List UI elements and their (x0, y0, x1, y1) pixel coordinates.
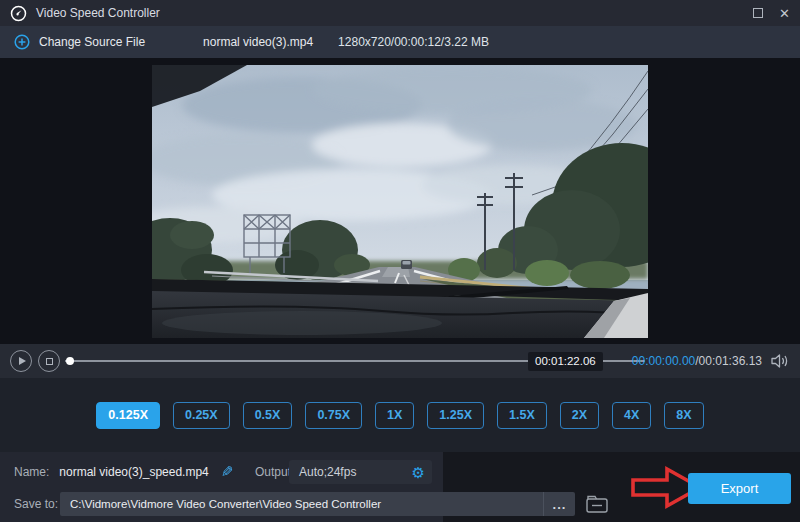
output-settings-bar: Name: normal video(3)_speed.mp4 ✎ Output… (0, 452, 800, 522)
close-button[interactable]: ✕ (779, 7, 790, 20)
name-label: Name: (14, 465, 49, 479)
browse-path-button[interactable]: ... (543, 492, 575, 516)
title-bar: Video Speed Controller ✕ (0, 0, 800, 26)
source-fileinfo: 1280x720/00:00:12/3.22 MB (338, 35, 489, 49)
dashboard-sheen (162, 311, 442, 335)
speed-option-0.75x[interactable]: 0.75X (305, 402, 362, 429)
change-source-label: Change Source File (39, 35, 145, 49)
speed-option-1x[interactable]: 1X (375, 402, 414, 429)
video-speed-controller-window: Video Speed Controller ✕ Change Source F… (0, 0, 800, 522)
transport-bar: 00:01:22.06 00:00:00.00/00:01:36.13 (0, 344, 800, 378)
time-display: 00:00:00.00/00:01:36.13 (632, 354, 762, 368)
save-path-value: C:\Vidmore\Vidmore Video Converter\Video… (70, 498, 543, 510)
speed-options-row: 0.125X0.25X0.5X0.75X1X1.25X1.5X2X4X8X (0, 378, 800, 452)
seek-knob[interactable] (66, 357, 74, 365)
volume-icon[interactable] (770, 353, 790, 369)
current-time: 00:00:00.00 (632, 354, 695, 368)
speed-option-8x[interactable]: 8X (664, 402, 703, 429)
speed-option-4x[interactable]: 4X (612, 402, 651, 429)
app-speedometer-icon (10, 5, 27, 22)
source-filename: normal video(3).mp4 (203, 35, 313, 49)
output-format-value: Auto;24fps (299, 465, 356, 479)
output-name-value: normal video(3)_speed.mp4 (59, 465, 208, 479)
play-button[interactable] (10, 350, 32, 372)
speed-option-0.125x[interactable]: 0.125X (96, 402, 160, 429)
source-toolbar: Change Source File normal video(3).mp4 1… (0, 26, 800, 58)
window-title: Video Speed Controller (36, 6, 160, 20)
preview-area (0, 58, 800, 344)
open-folder-button[interactable] (585, 493, 609, 515)
maximize-button[interactable] (753, 8, 763, 18)
save-to-label: Save to: (14, 497, 58, 511)
output-settings-gear-icon[interactable]: ⚙ (412, 465, 425, 480)
seek-time-tooltip: 00:01:22.06 (528, 352, 603, 371)
speed-option-0.25x[interactable]: 0.25X (173, 402, 230, 429)
speed-option-0.5x[interactable]: 0.5X (243, 402, 293, 429)
name-row: Name: normal video(3)_speed.mp4 ✎ (14, 461, 233, 483)
video-scene (152, 65, 648, 338)
output-format-field[interactable]: Auto;24fps ⚙ (289, 460, 432, 484)
speed-option-1.5x[interactable]: 1.5X (497, 402, 547, 429)
stop-button[interactable] (38, 350, 60, 372)
save-path-field[interactable]: C:\Vidmore\Vidmore Video Converter\Video… (60, 492, 575, 516)
plus-circle-icon (14, 34, 30, 50)
distant-vehicle (401, 260, 412, 269)
edit-name-pencil-icon[interactable]: ✎ (221, 463, 234, 481)
stop-icon (46, 358, 53, 365)
speed-option-2x[interactable]: 2X (560, 402, 599, 429)
play-icon (19, 357, 26, 365)
export-button[interactable]: Export (688, 473, 791, 504)
change-source-file-button[interactable]: Change Source File (14, 34, 145, 50)
total-time: 00:01:36.13 (699, 354, 762, 368)
video-frame (152, 65, 648, 338)
window-controls: ✕ (753, 7, 790, 20)
speed-option-1.25x[interactable]: 1.25X (427, 402, 484, 429)
